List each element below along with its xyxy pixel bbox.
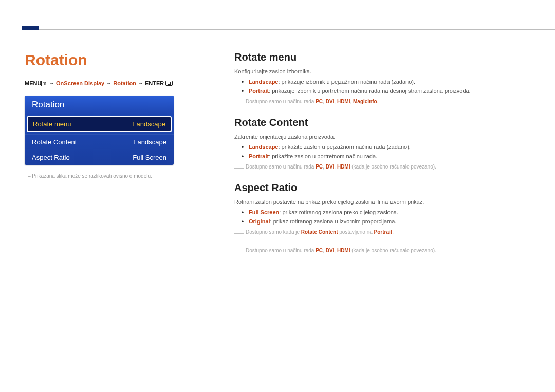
option-item: Landscape: prikazuje izbornik u pejzažno… xyxy=(242,79,534,85)
section-intro: Zakrenite orijentaciju zaslona proizvoda… xyxy=(234,134,534,140)
option-desc: : prikažite zaslon u portretnom načinu r… xyxy=(269,153,377,159)
arrow-icon: → xyxy=(106,80,113,86)
section-intro: Rotirani zaslon postavite na prikaz prek… xyxy=(234,199,534,205)
arrow-icon: → xyxy=(138,80,145,86)
option-key: Full Screen xyxy=(249,209,279,215)
section-heading: Rotate menu xyxy=(234,51,534,63)
option-desc: : prikazuje izbornik u pejzažnom načinu … xyxy=(278,79,415,85)
crumb-rotation: Rotation xyxy=(113,80,136,86)
osd-row-label: Rotate menu xyxy=(33,120,71,128)
option-desc: : prikaz rotiranog zaslona preko cijelog… xyxy=(279,209,398,215)
section-heading: Aspect Ratio xyxy=(234,182,534,194)
option-key: Original xyxy=(249,218,270,225)
footnote-dash-icon xyxy=(234,103,244,105)
osd-row-label: Aspect Ratio xyxy=(32,154,70,161)
osd-panel: Rotation Rotate menuLandscapeRotate Cont… xyxy=(25,96,174,165)
header-rule xyxy=(39,29,555,30)
option-list: Landscape: prikazuje izbornik u pejzažno… xyxy=(242,79,534,94)
crumb-onscreen: OnScreen Display xyxy=(56,80,104,86)
footnote-text: Dostupno samo u načinu rada PC, DVI, HDM… xyxy=(246,163,534,171)
footnote-text: Dostupno samo u načinu rada PC, DVI, HDM… xyxy=(246,98,534,105)
osd-row[interactable]: Aspect RatioFull Screen xyxy=(25,150,174,165)
section-heading: Rotate Content xyxy=(234,117,534,128)
option-item: Full Screen: prikaz rotiranog zaslona pr… xyxy=(242,209,534,215)
option-key: Portrait xyxy=(249,88,269,94)
section-rotate-content: Rotate Content Zakrenite orijentaciju za… xyxy=(234,117,534,171)
footnote: Dostupno samo u načinu rada PC, DVI, HDM… xyxy=(234,163,534,171)
enter-icon xyxy=(165,81,173,86)
right-column: Rotate menu Konfigurirajte zaslon izborn… xyxy=(234,51,534,266)
left-column: Rotation MENUm → OnScreen Display → Rota… xyxy=(25,51,203,266)
option-item: Original: prikaz rotiranog zaslona u izv… xyxy=(242,218,534,225)
osd-row-value: Landscape xyxy=(133,120,165,128)
option-key: Landscape xyxy=(249,144,278,150)
option-list: Landscape: prikažite zaslon u pejzažnom … xyxy=(242,144,534,159)
footnote: Dostupno samo kada je Rotate Content pos… xyxy=(234,229,534,236)
arrow-icon: → xyxy=(49,80,56,86)
option-key: Portrait xyxy=(249,153,269,159)
section-rotate-menu: Rotate menu Konfigurirajte zaslon izborn… xyxy=(234,51,534,105)
osd-row-label: Rotate Content xyxy=(32,138,77,146)
section-intro: Konfigurirajte zaslon izbornika. xyxy=(234,68,534,74)
osd-row[interactable]: Rotate menuLandscape xyxy=(27,116,172,132)
footnote: Dostupno samo u načinu rada PC, DVI, HDM… xyxy=(234,247,534,254)
option-item: Portrait: prikažite zaslon u portretnom … xyxy=(242,153,534,159)
osd-row[interactable]: Rotate ContentLandscape xyxy=(25,134,174,150)
page-content: Rotation MENUm → OnScreen Display → Rota… xyxy=(25,51,534,266)
footnote-dash-icon xyxy=(234,252,244,254)
menu-label: MENU xyxy=(25,80,41,86)
section-aspect-ratio: Aspect Ratio Rotirani zaslon postavite n… xyxy=(234,182,534,254)
enter-label: ENTER xyxy=(145,80,164,86)
option-item: Landscape: prikažite zaslon u pejzažnom … xyxy=(242,144,534,150)
option-key: Landscape xyxy=(249,79,278,85)
osd-row-value: Full Screen xyxy=(133,154,166,161)
footnote: Dostupno samo u načinu rada PC, DVI, HDM… xyxy=(234,98,534,105)
menu-icon: m xyxy=(41,81,47,86)
menu-path: MENUm → OnScreen Display → Rotation → EN… xyxy=(25,80,203,86)
page-title: Rotation xyxy=(25,51,203,69)
footnote-text: Dostupno samo kada je Rotate Content pos… xyxy=(246,229,534,236)
osd-title: Rotation xyxy=(25,96,174,115)
option-item: Portrait: prikazuje izbornik u portretno… xyxy=(242,88,534,94)
image-caption: Prikazana slika može se razlikovati ovis… xyxy=(25,173,203,179)
footnote-dash-icon xyxy=(234,168,244,171)
option-desc: : prikaz rotiranog zaslona u izvornim pr… xyxy=(270,218,397,225)
option-list: Full Screen: prikaz rotiranog zaslona pr… xyxy=(242,209,534,225)
option-desc: : prikazuje izbornik u portretnom načinu… xyxy=(269,88,471,94)
footnote-text: Dostupno samo u načinu rada PC, DVI, HDM… xyxy=(246,247,534,254)
header-accent xyxy=(22,26,39,30)
footnote-dash-icon xyxy=(234,233,244,236)
option-desc: : prikažite zaslon u pejzažnom načinu ra… xyxy=(278,144,410,150)
osd-row-value: Landscape xyxy=(134,138,166,146)
